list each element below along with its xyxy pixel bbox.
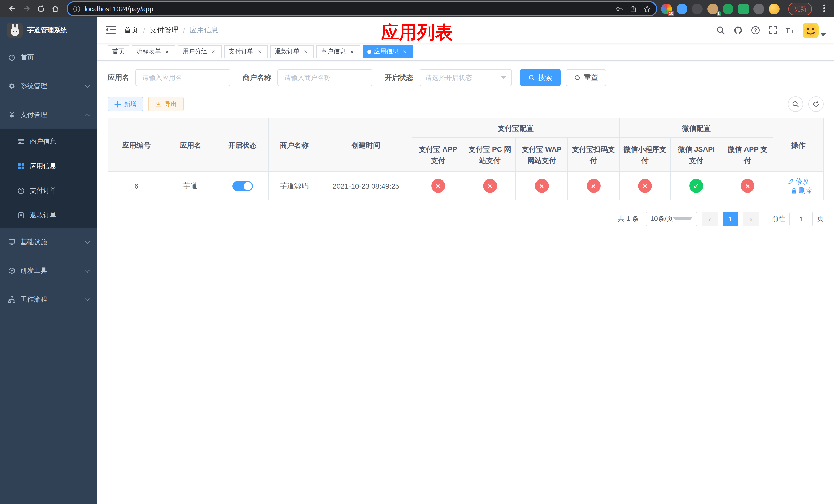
user-avatar[interactable]	[803, 22, 819, 38]
extension-icon[interactable]	[692, 3, 703, 14]
refresh-table-button[interactable]	[808, 96, 824, 112]
extension-icon[interactable]: 1	[707, 3, 718, 14]
sidebar-item-pay-order[interactable]: 支付订单	[0, 178, 97, 203]
cell-app-id: 6	[108, 171, 165, 200]
pagination: 共 1 条 10条/页 ‹ 1 › 前往 页	[108, 212, 824, 226]
font-size-icon[interactable]: TT	[785, 25, 795, 35]
navbar: 首页 / 支付管理 / 应用信息 ?	[97, 18, 834, 43]
sidebar-group-infrastructure[interactable]: 基础设施	[0, 228, 97, 256]
header-search-icon[interactable]	[716, 25, 725, 35]
close-icon[interactable]	[256, 48, 263, 55]
refund-order-icon	[18, 212, 25, 219]
tab-pay-order[interactable]: 支付订单	[224, 45, 268, 58]
tab-process-form[interactable]: 流程表单	[132, 45, 175, 58]
sidebar-group-dev-tools[interactable]: 研发工具	[0, 256, 97, 285]
close-icon[interactable]	[210, 48, 217, 55]
refresh-icon	[574, 74, 580, 81]
tab-merchant-info[interactable]: 商户信息	[316, 45, 360, 58]
extension-icon[interactable]	[738, 3, 749, 14]
close-icon[interactable]	[401, 48, 408, 55]
search-button[interactable]: 搜索	[520, 69, 561, 86]
edit-icon	[788, 178, 794, 184]
extension-badge: 10	[668, 11, 675, 16]
chevron-down-icon	[85, 267, 90, 272]
toggle-search-button[interactable]	[788, 96, 803, 112]
merchant-name-input[interactable]	[278, 69, 372, 86]
sidebar-group-payment[interactable]: 支付管理	[0, 100, 97, 129]
update-button[interactable]: 更新	[788, 2, 812, 15]
status-icon	[483, 179, 497, 193]
prev-page-button[interactable]: ‹	[702, 212, 718, 226]
pay-order-icon	[18, 187, 25, 194]
extension-badge: 1	[716, 11, 721, 16]
svg-text:T: T	[786, 27, 790, 35]
export-button[interactable]: 导出	[148, 97, 184, 111]
sidebar-item-refund-order[interactable]: 退款订单	[0, 203, 97, 228]
browser-menu-icon[interactable]	[820, 4, 829, 13]
column-header: 微信 JSAPI 支付	[671, 138, 722, 171]
merchant-name-label: 商户名称	[243, 73, 271, 82]
next-page-button[interactable]: ›	[743, 212, 759, 226]
extension-icon[interactable]	[723, 3, 733, 14]
column-group-alipay: 支付宝配置	[412, 118, 619, 138]
extension-icon[interactable]	[753, 3, 764, 14]
table-row: 6 芋道 芋道源码 2021-10-23 08:49:25	[108, 171, 824, 200]
chevron-up-icon	[85, 113, 90, 118]
back-button[interactable]	[5, 2, 20, 16]
reload-button[interactable]	[34, 2, 48, 16]
share-icon[interactable]	[629, 5, 637, 13]
close-icon[interactable]	[163, 48, 171, 55]
status-select[interactable]: 请选择开启状态	[420, 69, 512, 86]
sidebar-item-app-info[interactable]: 应用信息	[0, 154, 97, 178]
app-logo[interactable]: 芋道管理系统	[0, 18, 97, 43]
page-size-select[interactable]: 10条/页	[646, 212, 697, 226]
status-icon	[535, 179, 549, 193]
tab-home[interactable]: 首页	[108, 45, 129, 58]
forward-button[interactable]	[20, 2, 34, 16]
password-key-icon[interactable]	[615, 5, 623, 13]
home-button[interactable]	[48, 2, 63, 16]
site-info-icon[interactable]	[73, 5, 81, 13]
column-header: 支付宝 PC 网站支付	[464, 138, 516, 171]
sidebar-group-workflow[interactable]: 工作流程	[0, 285, 97, 314]
page-content: 应用名 商户名称 开启状态 请选择开启状态 搜索	[97, 61, 834, 504]
tab-user-group[interactable]: 用户分组	[178, 45, 222, 58]
sidebar-item-merchant-info[interactable]: 商户信息	[0, 129, 97, 154]
hamburger-icon[interactable]	[106, 26, 116, 35]
address-bar[interactable]: localhost:1024/pay/app	[68, 2, 656, 15]
add-button[interactable]: 新增	[108, 97, 143, 111]
goto-page-input[interactable]	[789, 212, 813, 226]
page-number-1[interactable]: 1	[723, 212, 738, 226]
breadcrumb-parent[interactable]: 支付管理	[150, 26, 178, 35]
close-icon[interactable]	[302, 48, 309, 55]
user-menu[interactable]	[803, 22, 826, 38]
breadcrumb-home[interactable]: 首页	[124, 26, 138, 35]
delete-link[interactable]: 删除	[791, 186, 812, 195]
help-icon[interactable]: ?	[750, 25, 760, 35]
svg-text:?: ?	[754, 27, 757, 33]
github-icon[interactable]	[733, 25, 743, 35]
profile-avatar-icon[interactable]	[769, 3, 780, 14]
app-name-input[interactable]	[135, 69, 230, 86]
fullscreen-icon[interactable]	[768, 25, 777, 35]
user-caret-icon[interactable]	[821, 33, 826, 36]
column-header: 创建时间	[320, 118, 412, 171]
extension-icon[interactable]: 10	[661, 3, 672, 14]
column-header: 应用名	[165, 118, 216, 171]
tab-app-info[interactable]: 应用信息	[363, 45, 413, 58]
edit-link[interactable]: 修改	[788, 177, 809, 186]
chevron-down-icon	[85, 83, 90, 88]
sidebar-item-home[interactable]: 首页	[0, 43, 97, 72]
tab-refund-order[interactable]: 退款订单	[270, 45, 314, 58]
column-header: 微信小程序支付	[619, 138, 671, 171]
extension-icon[interactable]	[677, 3, 687, 14]
workflow-icon	[8, 296, 15, 303]
close-icon[interactable]	[348, 48, 355, 55]
column-header: 操作	[773, 118, 824, 171]
column-header: 应用编号	[108, 118, 165, 171]
logo-image	[7, 23, 23, 38]
bookmark-star-icon[interactable]	[643, 5, 651, 13]
sidebar-group-system[interactable]: 系统管理	[0, 72, 97, 100]
status-toggle[interactable]	[232, 181, 253, 191]
reset-button[interactable]: 重置	[566, 69, 606, 86]
